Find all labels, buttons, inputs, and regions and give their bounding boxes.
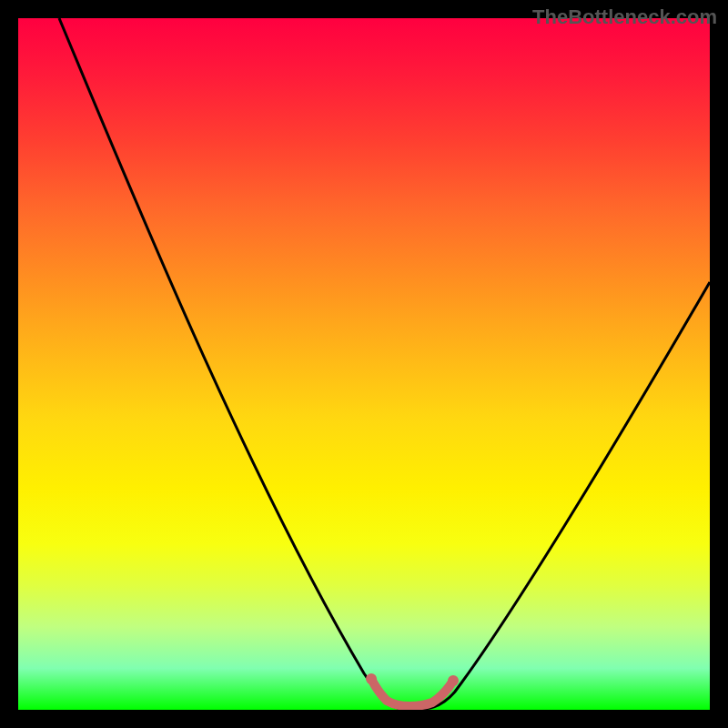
bottleneck-curve-svg	[18, 18, 710, 710]
marker-dot	[448, 675, 459, 686]
watermark-text: TheBottleneck.com	[532, 5, 717, 29]
optimal-region-marker	[371, 679, 453, 706]
main-curve	[59, 18, 710, 710]
marker-dot	[366, 673, 377, 684]
chart-plot-area	[18, 18, 710, 710]
